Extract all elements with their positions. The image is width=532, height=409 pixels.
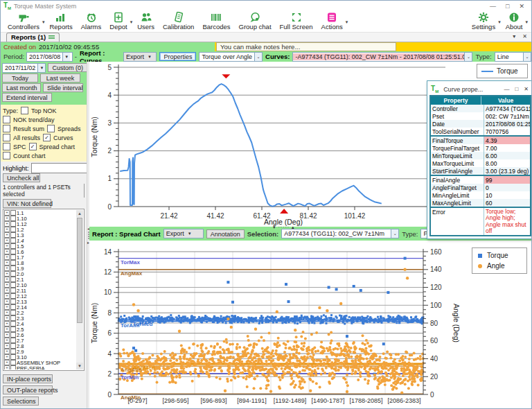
tree-item[interactable]: +1.1 bbox=[4, 210, 76, 216]
tree-scrollbar[interactable]: ▲ ▼ bbox=[76, 210, 83, 369]
expand-icon[interactable]: + bbox=[4, 349, 10, 354]
expand-icon[interactable]: + bbox=[4, 332, 10, 338]
expand-icon[interactable]: + bbox=[4, 310, 10, 315]
out-place-reports-button[interactable]: OUT-place reports bbox=[3, 385, 53, 394]
checkbox-all-results[interactable] bbox=[3, 134, 10, 141]
tree-item[interactable]: +2.2 bbox=[4, 310, 76, 315]
tree-item[interactable]: +2.7 bbox=[4, 338, 76, 343]
expand-icon[interactable]: + bbox=[4, 288, 10, 293]
popup-minimize-icon[interactable]: — bbox=[504, 86, 509, 92]
popup-maximize-icon[interactable]: □ bbox=[515, 86, 518, 92]
expand-icon[interactable]: + bbox=[4, 249, 10, 254]
tree-item[interactable]: +2.4 bbox=[4, 321, 76, 327]
curves-select[interactable]: -A977434 (TGG11): 002_CW 7±1Nm - 2017/08… bbox=[292, 52, 472, 62]
tree-checkbox[interactable] bbox=[10, 293, 16, 299]
uncheck-all-button[interactable]: Uncheck all bbox=[3, 173, 40, 182]
checkbox-spreads[interactable] bbox=[47, 125, 55, 132]
checkbox-nok-trend-day[interactable] bbox=[3, 116, 10, 123]
tree-checkbox[interactable] bbox=[10, 266, 16, 271]
tree-checkbox[interactable] bbox=[10, 338, 16, 343]
expand-icon[interactable]: + bbox=[4, 365, 10, 369]
expand-icon[interactable]: + bbox=[4, 282, 10, 288]
export-select[interactable]: Export▼ bbox=[123, 52, 157, 62]
tree-checkbox[interactable] bbox=[10, 321, 16, 327]
expand-icon[interactable]: + bbox=[4, 254, 10, 260]
scroll-up-icon[interactable]: ▲ bbox=[76, 210, 83, 217]
scroll-thumb[interactable] bbox=[77, 218, 82, 323]
tree-checkbox[interactable] bbox=[10, 332, 16, 338]
last-week-button[interactable]: Last week bbox=[40, 73, 80, 82]
tree-item[interactable]: +1.6 bbox=[4, 249, 76, 254]
tree-item[interactable]: +2.11 bbox=[4, 288, 76, 293]
checkbox-count-chart[interactable] bbox=[3, 152, 10, 159]
tree-checkbox[interactable] bbox=[10, 310, 16, 315]
selection-select[interactable]: A977434 (TGG11): 002_CW 7±1Nm⌄ bbox=[281, 229, 399, 238]
selections-button[interactable]: Selections bbox=[3, 397, 39, 406]
chart-splitter-handle[interactable]: ▾ ····· ▴ bbox=[273, 225, 295, 230]
toolbar-depot-button[interactable]: Depot bbox=[105, 11, 131, 31]
tree-checkbox[interactable] bbox=[10, 243, 16, 249]
tree-checkbox[interactable] bbox=[10, 365, 16, 369]
last-month-button[interactable]: Last month bbox=[2, 83, 41, 92]
tree-item[interactable]: +2.9 bbox=[4, 349, 76, 354]
toolbar-controllers-dropdown-icon[interactable]: ▾ bbox=[42, 19, 45, 25]
tree-checkbox[interactable] bbox=[10, 282, 16, 288]
expand-icon[interactable]: + bbox=[4, 216, 10, 221]
spread-export-select[interactable]: Export▼ bbox=[163, 229, 204, 238]
tree-item[interactable]: +1.2 bbox=[4, 227, 76, 232]
toolbar-group-chat-button[interactable]: Group chat bbox=[235, 11, 276, 31]
expand-icon[interactable]: + bbox=[4, 338, 10, 343]
date-from-select[interactable]: 2017/08/08▼ bbox=[26, 52, 73, 62]
tree-checkbox[interactable] bbox=[10, 299, 16, 304]
expand-icon[interactable]: + bbox=[4, 232, 10, 238]
tree-item[interactable]: +1.5 bbox=[4, 243, 76, 249]
expand-icon[interactable]: + bbox=[4, 304, 10, 310]
tree-checkbox[interactable] bbox=[10, 210, 16, 216]
maximize-icon[interactable]: □ bbox=[506, 3, 509, 10]
toolbar-reports-button[interactable]: Reports bbox=[45, 11, 76, 31]
expand-icon[interactable]: + bbox=[4, 227, 10, 232]
tree-checkbox[interactable] bbox=[10, 360, 16, 365]
toolbar-settings-button[interactable]: Settings bbox=[468, 11, 499, 31]
toolbar-about-button[interactable]: About bbox=[502, 11, 527, 31]
expand-icon[interactable]: + bbox=[4, 360, 10, 365]
today-button[interactable]: Today bbox=[2, 73, 38, 82]
checkbox-spc[interactable] bbox=[3, 143, 10, 150]
tab-reports[interactable]: Reports (1) bbox=[6, 33, 60, 42]
line-type-select[interactable]: Line⌄ bbox=[495, 52, 531, 62]
tree-item[interactable]: +PRE-SERIA bbox=[4, 365, 76, 369]
expand-icon[interactable]: + bbox=[4, 354, 10, 360]
expand-icon[interactable]: + bbox=[4, 293, 10, 299]
expand-icon[interactable]: + bbox=[4, 277, 10, 282]
expand-icon[interactable]: + bbox=[4, 243, 10, 249]
tree-item[interactable]: +1.10 bbox=[4, 216, 76, 221]
toolbar-alarms-button[interactable]: Alarms bbox=[77, 11, 106, 31]
expand-icon[interactable]: + bbox=[4, 343, 10, 349]
tree-item[interactable]: +2.10 bbox=[4, 282, 76, 288]
expand-icon[interactable]: + bbox=[4, 238, 10, 243]
tree-checkbox[interactable] bbox=[10, 238, 16, 243]
toolbar-users-button[interactable]: Users bbox=[133, 11, 159, 31]
in-place-reports-button[interactable]: IN-place reports bbox=[3, 374, 53, 383]
tree-item[interactable]: +1.3 bbox=[4, 232, 76, 238]
toolbar-controllers-button[interactable]: Controllers bbox=[3, 11, 44, 31]
slide-interval-button[interactable]: Slide interval bbox=[43, 83, 83, 92]
extend-interval-button[interactable]: Extend interval bbox=[2, 93, 52, 102]
expand-icon[interactable]: + bbox=[4, 221, 10, 227]
tree-item[interactable]: +2.3 bbox=[4, 315, 76, 321]
tree-checkbox[interactable] bbox=[10, 232, 16, 238]
panel-collapse-icon[interactable]: ▾ bbox=[513, 33, 515, 40]
tree-checkbox[interactable] bbox=[10, 216, 16, 221]
tree-checkbox[interactable] bbox=[10, 260, 16, 266]
tree-checkbox[interactable] bbox=[10, 288, 16, 293]
tree-checkbox[interactable] bbox=[10, 349, 16, 354]
tree-checkbox[interactable] bbox=[10, 304, 16, 310]
expand-icon[interactable]: + bbox=[4, 315, 10, 321]
close-icon[interactable]: ✕ bbox=[519, 3, 524, 10]
expand-icon[interactable]: + bbox=[4, 266, 10, 271]
checkbox-result-sum[interactable] bbox=[3, 125, 10, 132]
expand-icon[interactable]: + bbox=[4, 260, 10, 266]
minimize-icon[interactable]: — bbox=[490, 3, 496, 10]
expand-icon[interactable]: + bbox=[4, 271, 10, 277]
tree-item[interactable]: +1.9 bbox=[4, 266, 76, 271]
